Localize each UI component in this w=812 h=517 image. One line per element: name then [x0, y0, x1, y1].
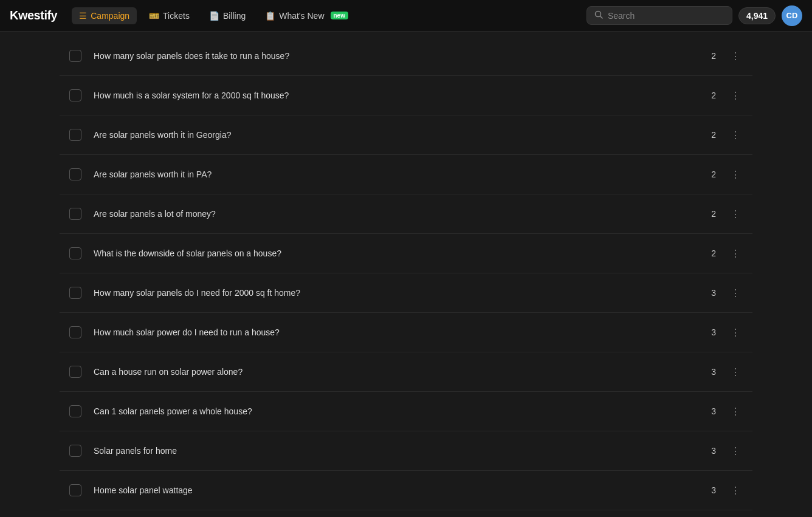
list-item[interactable]: Can 1 solar panels power a whole house? …	[60, 392, 752, 431]
row-menu-button[interactable]: ⋮	[728, 483, 743, 498]
credits-badge[interactable]: 4,941	[738, 7, 776, 24]
row-text: Home solar panel wattage	[94, 485, 692, 495]
row-menu-button[interactable]: ⋮	[728, 49, 743, 63]
row-text: How many solar panels do I need for 2000…	[94, 288, 692, 298]
row-checkbox[interactable]	[69, 405, 81, 417]
list-item[interactable]: Are solar panels a lot of money? 2 ⋮	[60, 194, 752, 234]
row-text: What is the downside of solar panels on …	[94, 248, 692, 258]
row-count: 3	[692, 485, 716, 495]
avatar[interactable]: CD	[782, 5, 802, 26]
row-menu-button[interactable]: ⋮	[728, 365, 743, 379]
row-count: 2	[692, 130, 716, 140]
nav-label-billing: Billing	[223, 11, 246, 21]
navbar-right: 4,941 CD	[587, 5, 802, 26]
row-text: Can 1 solar panels power a whole house?	[94, 406, 692, 416]
row-checkbox[interactable]	[69, 326, 81, 338]
row-menu-button[interactable]: ⋮	[728, 286, 743, 300]
main-content: How many solar panels does it take to ru…	[0, 32, 812, 515]
list-container: How many solar panels does it take to ru…	[60, 32, 752, 515]
search-input[interactable]	[608, 11, 724, 21]
list-item[interactable]: How many solar panels do I need for 2000…	[60, 273, 752, 313]
list-item[interactable]: Home solar panel wattage 3 ⋮	[60, 471, 752, 510]
row-checkbox[interactable]	[69, 129, 81, 141]
nav-item-billing[interactable]: 📄 Billing	[202, 7, 253, 24]
svg-line-1	[600, 16, 602, 19]
nav-item-tickets[interactable]: 🎫 Tickets	[142, 7, 197, 24]
nav-item-whats-new[interactable]: 📋 What's New new	[258, 7, 356, 24]
row-text: Are solar panels a lot of money?	[94, 209, 692, 219]
row-text: Solar panels for home	[94, 446, 692, 456]
row-text: Are solar panels worth it in Georgia?	[94, 130, 692, 140]
list-item[interactable]: How much is a solar system for a 2000 sq…	[60, 76, 752, 115]
row-checkbox[interactable]	[69, 89, 81, 101]
row-checkbox[interactable]	[69, 445, 81, 457]
row-count: 3	[692, 406, 716, 416]
row-menu-button[interactable]: ⋮	[728, 404, 743, 419]
nav-label-whats-new: What's New	[279, 11, 324, 21]
row-menu-button[interactable]: ⋮	[728, 207, 743, 221]
nav-item-campaign[interactable]: ☰ Campaign	[72, 7, 137, 24]
row-checkbox[interactable]	[69, 208, 81, 220]
row-count: 3	[692, 327, 716, 337]
row-menu-button[interactable]: ⋮	[728, 88, 743, 103]
row-checkbox[interactable]	[69, 366, 81, 378]
row-menu-button[interactable]: ⋮	[728, 325, 743, 340]
row-count: 2	[692, 209, 716, 219]
list-item[interactable]: Solar panels for home 3 ⋮	[60, 431, 752, 471]
row-count: 2	[692, 91, 716, 100]
row-checkbox[interactable]	[69, 168, 81, 180]
row-count: 3	[692, 288, 716, 298]
billing-icon: 📄	[209, 11, 219, 21]
row-text: How much is a solar system for a 2000 sq…	[94, 91, 692, 100]
whats-new-icon: 📋	[265, 11, 275, 21]
row-count: 2	[692, 169, 716, 179]
new-badge: new	[331, 12, 348, 19]
row-menu-button[interactable]: ⋮	[728, 443, 743, 458]
search-box[interactable]	[587, 6, 732, 25]
row-checkbox[interactable]	[69, 247, 81, 259]
row-count: 2	[692, 248, 716, 258]
row-count: 3	[692, 446, 716, 456]
list-item[interactable]: How much solar power do I need to run a …	[60, 313, 752, 352]
row-checkbox[interactable]	[69, 287, 81, 299]
row-text: How much solar power do I need to run a …	[94, 327, 692, 337]
nav-label-campaign: Campaign	[91, 11, 129, 21]
row-menu-button[interactable]: ⋮	[728, 246, 743, 261]
tickets-icon: 🎫	[149, 11, 159, 21]
row-menu-button[interactable]: ⋮	[728, 167, 743, 182]
list-item[interactable]: Are solar panels worth it in Georgia? 2 …	[60, 115, 752, 155]
search-icon	[594, 10, 603, 21]
nav-label-tickets: Tickets	[163, 11, 190, 21]
campaign-icon: ☰	[79, 11, 87, 21]
list-item[interactable]: Are solar panels worth it in PA? 2 ⋮	[60, 155, 752, 194]
row-text: Are solar panels worth it in PA?	[94, 169, 692, 179]
row-text: Can a house run on solar power alone?	[94, 367, 692, 377]
row-menu-button[interactable]: ⋮	[728, 128, 743, 142]
navbar: Kwestify ☰ Campaign 🎫 Tickets 📄 Billing …	[0, 0, 812, 32]
row-text: How many solar panels does it take to ru…	[94, 51, 692, 61]
list-item[interactable]: Can a house run on solar power alone? 3 …	[60, 352, 752, 392]
row-checkbox[interactable]	[69, 484, 81, 496]
app-logo: Kwestify	[10, 9, 57, 22]
list-item[interactable]: How many solar panels does it take to ru…	[60, 36, 752, 76]
row-count: 3	[692, 367, 716, 377]
row-count: 2	[692, 51, 716, 61]
list-item[interactable]: What is the downside of solar panels on …	[60, 234, 752, 273]
row-checkbox[interactable]	[69, 50, 81, 62]
